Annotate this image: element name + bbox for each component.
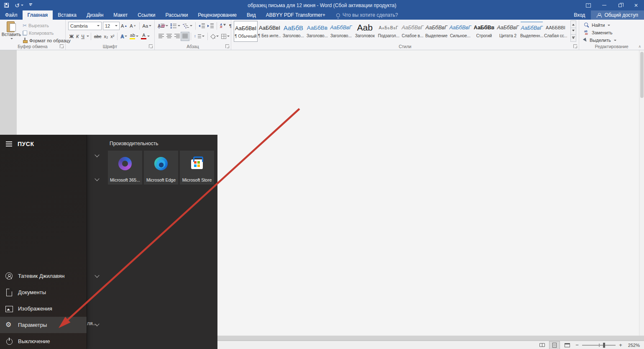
font-name-combo[interactable]: Cambria [68, 22, 102, 30]
ribbon-tab[interactable]: ABBYY PDF Transformer+ [261, 10, 330, 20]
start-tile[interactable]: Microsoft Store [180, 151, 214, 185]
dialog-launcher-icon[interactable] [60, 44, 64, 48]
start-tile[interactable]: Microsoft 365... [108, 151, 142, 185]
align-right-button[interactable] [173, 32, 181, 41]
increase-indent-button[interactable] [206, 22, 215, 30]
zoom-in-button[interactable]: + [618, 342, 623, 348]
customize-qat-icon[interactable] [29, 3, 32, 7]
applist-chevron-down-icon[interactable] [95, 176, 99, 181]
style-item[interactable]: АаБбВвГ Выделенн... [520, 21, 544, 42]
grow-font-button[interactable]: A▲ [120, 22, 128, 30]
close-icon[interactable]: ✕ [628, 0, 644, 10]
vertical-scrollbar[interactable] [639, 50, 644, 336]
select-button[interactable]: Выделить [584, 37, 616, 44]
style-item[interactable]: ААББВВI Слабая сс... [544, 21, 567, 42]
justify-button[interactable] [181, 32, 189, 41]
line-spacing-button[interactable]: ↕ [193, 32, 206, 41]
format-painter-button[interactable]: Формат по образцу [23, 37, 71, 44]
vertical-scrollbar-thumb[interactable] [640, 52, 644, 98]
ribbon-tab[interactable]: Макет [108, 10, 133, 20]
applist-chevron-down-icon[interactable] [95, 152, 99, 157]
sort-button[interactable] [219, 22, 228, 30]
read-mode-button[interactable] [537, 341, 547, 349]
zoom-slider-thumb[interactable] [603, 343, 605, 348]
undo-icon[interactable]: ↺ [15, 3, 23, 8]
dialog-launcher-icon[interactable] [149, 44, 153, 48]
replace-button[interactable]: Заменить [584, 29, 612, 36]
style-item[interactable]: АаБбВв Строгий [472, 21, 496, 42]
start-tile[interactable]: Microsoft Edge [144, 151, 178, 185]
change-case-button[interactable]: Aa [141, 22, 153, 30]
align-center-button[interactable] [165, 32, 173, 41]
tell-me-box[interactable]: Что вы хотите сделать? [330, 10, 398, 20]
zoom-out-button[interactable]: − [575, 342, 580, 348]
ribbon-tab[interactable]: Рассылки [161, 10, 193, 20]
multilevel-list-button[interactable] [181, 22, 194, 30]
start-sidebar-item[interactable]: Изображения [0, 300, 87, 317]
minimize-icon[interactable] [596, 0, 612, 10]
start-sidebar-item[interactable]: Выключение [0, 333, 87, 349]
ribbon-tab[interactable]: Файл [0, 10, 23, 20]
applist-truncated-item[interactable]: ля... [87, 321, 97, 326]
superscript-button[interactable]: x² [109, 32, 115, 41]
web-layout-button[interactable] [562, 341, 572, 349]
style-item[interactable]: АаБбВвГ Слабое в... [401, 21, 424, 42]
dialog-launcher-icon[interactable] [573, 44, 577, 48]
strikethrough-button[interactable]: abc [93, 32, 103, 41]
underline-button[interactable]: Ч [80, 32, 85, 41]
shading-button[interactable] [210, 32, 220, 41]
text-effects-button[interactable]: A [119, 32, 128, 41]
paste-button[interactable]: Вставить [2, 21, 20, 44]
ribbon-tab[interactable]: Рецензирование [193, 10, 242, 20]
numbering-button[interactable] [169, 22, 181, 30]
bold-button[interactable]: Ж [68, 32, 75, 41]
hamburger-icon[interactable] [6, 141, 12, 146]
ribbon-tab[interactable]: Вставка [53, 10, 82, 20]
decrease-indent-button[interactable] [197, 22, 206, 30]
styles-scroll-up-button[interactable] [570, 21, 576, 28]
style-item[interactable]: АаБбВ Заголово... [281, 21, 305, 42]
collapse-ribbon-icon[interactable]: ∧ [638, 44, 641, 49]
bullets-button[interactable] [157, 22, 169, 30]
style-item[interactable]: АаБбВвГ Выделение [424, 21, 448, 42]
cut-button[interactable]: ✂ Вырезать [23, 22, 49, 29]
style-item[interactable]: АаБбВвГ Подзагол... [377, 21, 401, 42]
ribbon-tab[interactable]: Главная [23, 10, 53, 20]
start-sidebar-item[interactable]: Параметры [0, 317, 87, 333]
style-item[interactable]: АаБбВвГ Цитата 2 [496, 21, 520, 42]
share-button[interactable]: Общий доступ [591, 10, 644, 20]
applist-chevron-down-icon[interactable] [95, 273, 99, 277]
save-icon[interactable] [4, 3, 9, 8]
zoom-level[interactable]: 252% [626, 343, 640, 348]
print-layout-button[interactable] [549, 341, 560, 349]
sign-in-button[interactable]: Вход [568, 10, 591, 20]
ribbon-tab[interactable]: Ссылки [133, 10, 160, 20]
font-size-combo[interactable]: 12 [103, 22, 120, 30]
align-left-button[interactable] [157, 32, 165, 41]
start-sidebar-item[interactable]: Документы [0, 284, 87, 300]
style-item[interactable]: АаБбВвГ Заголово... [329, 21, 353, 42]
styles-more-button[interactable] [570, 34, 576, 42]
subscript-button[interactable]: x₂ [103, 32, 110, 41]
zoom-slider[interactable] [582, 342, 616, 348]
find-button[interactable]: Найти [584, 22, 610, 28]
style-item[interactable]: АаБбВв Заголово... [305, 21, 329, 42]
restore-icon[interactable] [612, 0, 628, 10]
italic-button[interactable]: К [75, 32, 80, 41]
tile-group-title: Производительность [110, 141, 158, 146]
style-item[interactable]: Aab Заголовок [353, 21, 377, 42]
styles-scroll-down-button[interactable] [570, 28, 576, 35]
start-sidebar-item[interactable]: Татевик Джилавян [0, 268, 87, 284]
dialog-launcher-icon[interactable] [225, 44, 229, 48]
style-item[interactable]: АаБбВвI ¶ Без инте... [258, 21, 281, 42]
borders-button[interactable] [220, 32, 231, 41]
ribbon-display-options-icon[interactable]: ^ [580, 0, 596, 10]
shrink-font-button[interactable]: A▼ [128, 22, 137, 30]
style-item[interactable]: АаБбВвГ Сильное... [448, 21, 472, 42]
ribbon-tab[interactable]: Вид [242, 10, 261, 20]
style-item[interactable]: АаБбВвI ¶ Обычный [234, 21, 258, 42]
highlight-button[interactable]: ab [128, 32, 140, 41]
copy-button[interactable]: Копировать [23, 29, 54, 36]
ribbon-tab[interactable]: Дизайн [82, 10, 108, 20]
font-color-button[interactable]: A [140, 32, 151, 41]
